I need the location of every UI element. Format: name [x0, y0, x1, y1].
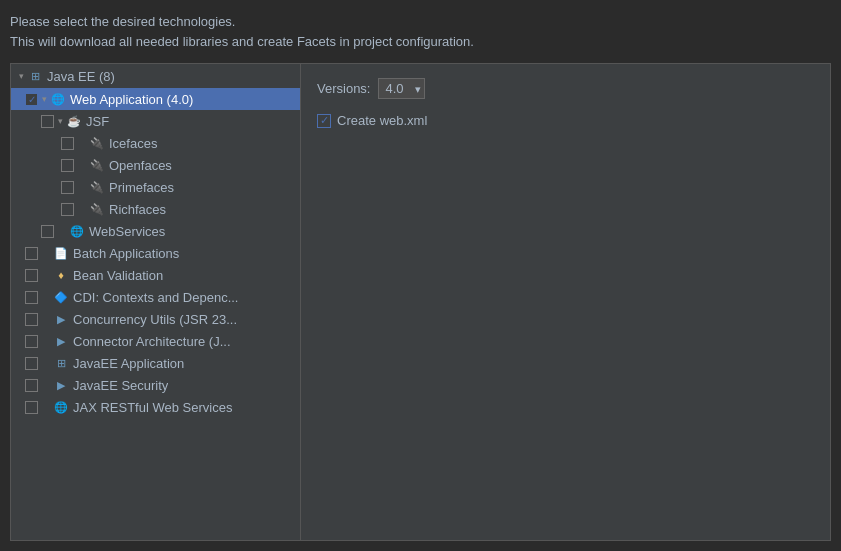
tree-item-concurrency[interactable]: ▶Concurrency Utils (JSR 23...: [11, 308, 300, 330]
tree-item-richfaces[interactable]: 🔌Richfaces: [11, 198, 300, 220]
label-web-app: Web Application (4.0): [70, 92, 193, 107]
label-connector: Connector Architecture (J...: [73, 334, 231, 349]
ws-icon-webservices: 🌐: [69, 223, 85, 239]
tree-item-bean-validation[interactable]: ♦Bean Validation: [11, 264, 300, 286]
label-icefaces: Icefaces: [109, 136, 157, 151]
label-webservices: WebServices: [89, 224, 165, 239]
conn-icon-connector: ▶: [53, 333, 69, 349]
chevron-web-app: ▾: [42, 94, 47, 104]
chevron-jsf: ▾: [58, 116, 63, 126]
tree-items-container: ✓▾🌐Web Application (4.0)▾☕JSF🔌Icefaces🔌O…: [11, 88, 300, 418]
label-concurrency: Concurrency Utils (JSR 23...: [73, 312, 237, 327]
plugin-icon-icefaces: 🔌: [89, 135, 105, 151]
tree-item-webservices[interactable]: 🌐WebServices: [11, 220, 300, 242]
group-javaee[interactable]: ▾ ⊞ Java EE (8): [11, 64, 300, 88]
javaee-group-icon: ⊞: [27, 68, 43, 84]
tree-item-web-app[interactable]: ✓▾🌐Web Application (4.0): [11, 88, 300, 110]
checkbox-richfaces[interactable]: [61, 203, 74, 216]
versions-label: Versions:: [317, 81, 370, 96]
label-cdi: CDI: Contexts and Depenc...: [73, 290, 238, 305]
checkbox-icefaces[interactable]: [61, 137, 74, 150]
checkbox-connector[interactable]: [25, 335, 38, 348]
tree-item-icefaces[interactable]: 🔌Icefaces: [11, 132, 300, 154]
checkbox-concurrency[interactable]: [25, 313, 38, 326]
group-label: Java EE (8): [47, 69, 115, 84]
checkbox-webservices[interactable]: [41, 225, 54, 238]
bean-icon-bean-validation: ♦: [53, 267, 69, 283]
checkbox-batch[interactable]: [25, 247, 38, 260]
label-richfaces: Richfaces: [109, 202, 166, 217]
tree-item-primefaces[interactable]: 🔌Primefaces: [11, 176, 300, 198]
right-panel: Versions: 3.03.14.05.0 ✓ Create web.xml: [301, 64, 830, 540]
versions-select-wrapper[interactable]: 3.03.14.05.0: [378, 78, 425, 99]
plugin-icon-primefaces: 🔌: [89, 179, 105, 195]
versions-row: Versions: 3.03.14.05.0: [317, 78, 814, 99]
main-container: Please select the desired technologies. …: [0, 0, 841, 551]
checkbox-openfaces[interactable]: [61, 159, 74, 172]
label-jax-rest: JAX RESTful Web Services: [73, 400, 232, 415]
checkbox-primefaces[interactable]: [61, 181, 74, 194]
tree-item-cdi[interactable]: 🔷CDI: Contexts and Depenc...: [11, 286, 300, 308]
checkbox-jsf[interactable]: [41, 115, 54, 128]
tree-item-javaee-app[interactable]: ⊞JavaEE Application: [11, 352, 300, 374]
tree-item-jax-rest[interactable]: 🌐JAX RESTful Web Services: [11, 396, 300, 418]
tree-item-jsf[interactable]: ▾☕JSF: [11, 110, 300, 132]
checkbox-cdi[interactable]: [25, 291, 38, 304]
create-webxml-checkbox[interactable]: ✓: [317, 114, 331, 128]
plugin-icon-openfaces: 🔌: [89, 157, 105, 173]
label-primefaces: Primefaces: [109, 180, 174, 195]
rest-icon-jax-rest: 🌐: [53, 399, 69, 415]
label-batch: Batch Applications: [73, 246, 179, 261]
checkbox-javaee-security[interactable]: [25, 379, 38, 392]
main-area: ▾ ⊞ Java EE (8) ✓▾🌐Web Application (4.0)…: [10, 63, 831, 541]
versions-select[interactable]: 3.03.14.05.0: [378, 78, 425, 99]
batch-icon-batch: 📄: [53, 245, 69, 261]
checkbox-javaee-app[interactable]: [25, 357, 38, 370]
tree-item-connector[interactable]: ▶Connector Architecture (J...: [11, 330, 300, 352]
plugin-icon-richfaces: 🔌: [89, 201, 105, 217]
label-javaee-app: JavaEE Application: [73, 356, 184, 371]
group-chevron: ▾: [19, 71, 24, 81]
label-jsf: JSF: [86, 114, 109, 129]
javaee-icon-javaee-app: ⊞: [53, 355, 69, 371]
header-line1: Please select the desired technologies.: [10, 12, 831, 32]
tree-item-javaee-security[interactable]: ▶JavaEE Security: [11, 374, 300, 396]
checkbox-web-app[interactable]: ✓: [25, 93, 38, 106]
header-line2: This will download all needed libraries …: [10, 32, 831, 52]
label-javaee-security: JavaEE Security: [73, 378, 168, 393]
create-webxml-label: Create web.xml: [337, 113, 427, 128]
tree-item-openfaces[interactable]: 🔌Openfaces: [11, 154, 300, 176]
create-webxml-row: ✓ Create web.xml: [317, 113, 814, 128]
label-openfaces: Openfaces: [109, 158, 172, 173]
security-icon-javaee-security: ▶: [53, 377, 69, 393]
header-description: Please select the desired technologies. …: [10, 12, 831, 51]
checkbox-bean-validation[interactable]: [25, 269, 38, 282]
tree-item-batch[interactable]: 📄Batch Applications: [11, 242, 300, 264]
webcomp-icon-web-app: 🌐: [50, 91, 66, 107]
jsf-icon-jsf: ☕: [66, 113, 82, 129]
cdi-icon-cdi: 🔷: [53, 289, 69, 305]
technology-list[interactable]: ▾ ⊞ Java EE (8) ✓▾🌐Web Application (4.0)…: [11, 64, 301, 540]
label-bean-validation: Bean Validation: [73, 268, 163, 283]
checkbox-jax-rest[interactable]: [25, 401, 38, 414]
conc-icon-concurrency: ▶: [53, 311, 69, 327]
